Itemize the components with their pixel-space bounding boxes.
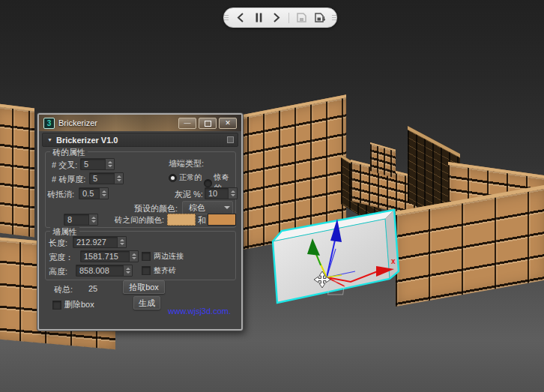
close-button[interactable]: ✕: [219, 118, 237, 129]
maximize-button[interactable]: [199, 118, 217, 129]
height-label: 高度:: [49, 266, 67, 277]
wall-properties-group: 墙属性 长度: 212.927 宽度： 1581.715 两边连接 高度: 85…: [45, 231, 236, 280]
width-label: 宽度：: [49, 252, 73, 263]
spinner-arrows-icon[interactable]: [123, 265, 132, 276]
previous-frame-button[interactable]: [235, 12, 247, 24]
and-label: 和: [198, 215, 206, 226]
chevron-right-icon: [273, 13, 280, 22]
spinner-arrows-icon[interactable]: [99, 188, 108, 199]
offset-spinner[interactable]: 0.5: [79, 187, 109, 199]
group-title: 砖的属性: [50, 147, 88, 158]
3dsmax-app-icon: 3: [43, 118, 55, 129]
spinner-arrows-icon[interactable]: [228, 188, 237, 199]
minimize-button[interactable]: —: [178, 118, 196, 129]
between-colors-label: 砖之间的颜色:: [115, 215, 164, 226]
mortar-spinner[interactable]: 10: [205, 187, 238, 199]
align-bricks-checkbox[interactable]: 整齐砖: [142, 265, 176, 276]
pause-icon: [256, 13, 262, 22]
mortar-label: 灰泥 %:: [175, 189, 203, 200]
collapse-arrow-icon: ▼: [47, 137, 52, 142]
width-spinner[interactable]: 1581.715: [80, 250, 139, 262]
drag-handle-icon[interactable]: [224, 15, 229, 20]
checkbox-icon: [142, 266, 151, 275]
chevron-left-icon: [237, 13, 244, 22]
selected-box-object[interactable]: x: [267, 207, 409, 306]
floppy-disk-arrow-icon: [315, 13, 325, 22]
connect-sides-checkbox[interactable]: 两边连接: [142, 251, 184, 262]
preset-color-label: 预设的颜色:: [134, 203, 178, 214]
radio-unselected-icon: [204, 179, 212, 187]
brick-properties-group: 砖的属性 # 交叉: 5 墙端类型: # 砖厚度: 5 正常的 惊奇的 砖抵消:…: [45, 151, 236, 228]
checkbox-icon: [52, 301, 61, 310]
playback-toolbar[interactable]: [223, 7, 337, 28]
wall-type-normal-radio[interactable]: 正常的: [169, 172, 202, 183]
seed-spinner[interactable]: 8: [64, 214, 98, 226]
window-title: Brickerizer: [58, 118, 178, 127]
thickness-label: # 砖厚度:: [52, 174, 85, 185]
delete-box-checkbox[interactable]: 删除box: [52, 299, 94, 310]
gizmo-x-axis-label: x: [391, 257, 396, 265]
floppy-disk-icon: [297, 13, 306, 22]
brick-color-swatch-1[interactable]: [167, 214, 196, 226]
spinner-arrows-icon[interactable]: [114, 173, 123, 184]
radio-selected-icon: [169, 174, 177, 182]
cross-spinner[interactable]: 5: [80, 158, 115, 170]
next-frame-button[interactable]: [271, 12, 282, 24]
spinner-arrows-icon[interactable]: [88, 214, 97, 225]
chevron-down-icon: [222, 206, 232, 209]
preset-color-dropdown[interactable]: 棕色: [182, 201, 233, 214]
brick-wall-far-left[interactable]: [0, 103, 34, 237]
length-spinner[interactable]: 212.927: [73, 236, 127, 248]
save-as-button[interactable]: [314, 12, 325, 24]
maximize-icon: [205, 121, 211, 127]
rollout-header[interactable]: ▼ Brickerizer V1.0: [42, 133, 238, 147]
thickness-spinner[interactable]: 5: [89, 172, 124, 184]
cross-label: # 交叉:: [52, 160, 77, 171]
brick-color-swatch-2[interactable]: [208, 214, 236, 226]
brickerizer-window[interactable]: 3 Brickerizer — ✕ ▼ Brickerizer V1.0 砖的属…: [37, 113, 243, 331]
brick-total-value: 25: [88, 284, 97, 293]
offset-label: 砖抵消:: [47, 189, 74, 200]
rollout-pin-icon[interactable]: [227, 136, 234, 143]
brick-total-label: 砖总:: [54, 284, 73, 295]
drag-handle-icon[interactable]: [332, 15, 336, 20]
pause-button[interactable]: [253, 12, 265, 24]
save-button[interactable]: [296, 12, 307, 24]
generate-button[interactable]: 生成: [133, 296, 160, 310]
length-label: 长度:: [49, 238, 67, 249]
wall-type-label: 墙端类型:: [169, 158, 204, 169]
height-spinner[interactable]: 858.008: [76, 265, 133, 277]
spinner-arrows-icon[interactable]: [129, 251, 138, 262]
rollout-title: Brickerizer V1.0: [56, 136, 118, 145]
pick-box-button[interactable]: 拾取box: [123, 280, 165, 294]
toolbar-divider: [288, 13, 289, 23]
window-titlebar[interactable]: 3 Brickerizer — ✕: [39, 115, 241, 131]
spinner-arrows-icon[interactable]: [117, 237, 126, 247]
website-link[interactable]: www.wjsj3d.com.: [168, 307, 231, 316]
checkbox-icon: [142, 252, 151, 261]
spinner-arrows-icon[interactable]: [105, 159, 114, 169]
